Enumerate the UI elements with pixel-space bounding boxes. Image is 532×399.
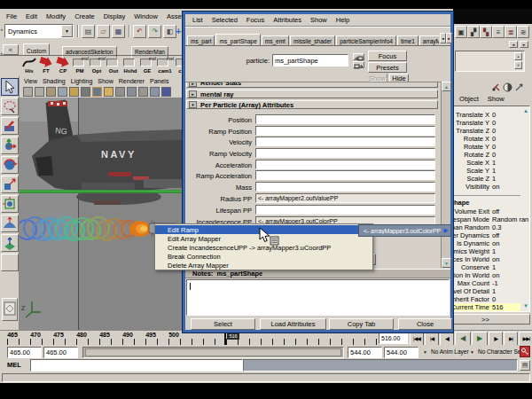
channel-row[interactable]: ces In Worldon (442, 255, 520, 263)
ae-tab-ms_part[interactable]: ms_part (187, 35, 215, 45)
ae-menu-help[interactable]: Help (332, 16, 354, 24)
menu-create[interactable]: Create (70, 12, 99, 20)
menu-display[interactable]: Display (99, 12, 130, 20)
hyperbuild-icon[interactable] (514, 82, 524, 92)
select-camera-icon[interactable] (23, 87, 33, 97)
ui-toggle-arrow[interactable]: ▸ (1, 27, 4, 32)
channel-row[interactable]: Max Count-1 (442, 279, 520, 287)
menu-file[interactable]: File (2, 12, 21, 20)
channel-row[interactable]: Translate Y0 (442, 119, 520, 127)
animation-start-field[interactable] (7, 347, 42, 358)
shelf-item-ft[interactable]: FT (38, 56, 54, 75)
shelf-item-cam1[interactable]: mel cam1 (156, 56, 174, 75)
channel-row[interactable]: Scale Y1 (442, 167, 520, 175)
menu-set-dropdown[interactable]: Dynamics ▼ (4, 24, 74, 38)
panel-menu-panels[interactable]: Panels (147, 78, 171, 84)
ae-menu-attributes[interactable]: Attributes (269, 16, 306, 24)
safe-title-icon[interactable] (138, 87, 148, 97)
step-forward-key-button[interactable]: ▶| (504, 332, 518, 346)
ipr-render-icon[interactable]: ▚ (480, 26, 492, 38)
particle-trail[interactable] (20, 217, 137, 240)
range-slider-handle[interactable] (85, 348, 341, 356)
move-tool[interactable] (1, 137, 19, 154)
film-gate-icon[interactable] (81, 87, 90, 97)
universal-manipulator-tool[interactable] (1, 195, 19, 213)
ae-tab-missile_shader[interactable]: missile_shader (290, 35, 335, 45)
command-line-mode-label[interactable]: MEL (7, 361, 21, 369)
notes-textarea[interactable] (186, 279, 450, 316)
pin-focus-icon[interactable] (353, 53, 364, 60)
channelbox-menu-object[interactable]: Object (455, 95, 483, 103)
ae-tab-arraymapper-clipped[interactable]: arrayMappe (419, 35, 439, 45)
load-attributes-button[interactable]: Load Attributes (260, 318, 326, 330)
menu-edit[interactable]: Edit (21, 12, 42, 20)
shelf-tab-custom[interactable]: Custom (23, 43, 50, 56)
soft-mod-tool[interactable] (1, 215, 19, 232)
attr-field-lifespan-pp[interactable] (255, 205, 435, 215)
unpin-focus-icon[interactable] (353, 61, 364, 68)
render-settings-icon[interactable]: ≡ (492, 26, 505, 38)
show-manipulator-tool[interactable] (1, 234, 19, 252)
character-set-selector[interactable]: No Character Set (478, 348, 522, 355)
menu-modify[interactable]: Modify (42, 12, 70, 20)
field-up-icon[interactable]: ▲ (514, 52, 522, 60)
channel-row[interactable]: evel Of Detail1 (442, 287, 520, 295)
channel-row-current-time[interactable]: Current Time516 (442, 303, 520, 311)
script-editor-icon[interactable]: ▤ (520, 360, 530, 371)
close-button[interactable]: Close (398, 318, 452, 330)
paint-select-tool[interactable] (1, 117, 19, 135)
render-view-icon[interactable]: ▣ (455, 26, 467, 38)
redo-icon[interactable]: ↷ (148, 25, 161, 38)
scroll-down-icon[interactable]: ▼ (523, 303, 528, 309)
current-frame-marker[interactable] (224, 332, 226, 345)
anim-layer-menu-icon[interactable]: ▼ (423, 349, 427, 355)
field-down-icon[interactable]: ▼ (514, 61, 522, 69)
grid-icon[interactable] (69, 87, 79, 97)
single-pane-layout-button[interactable] (2, 298, 18, 321)
channelbox-more-button[interactable]: >> (441, 314, 530, 325)
channelbox-menu-show[interactable]: Show (483, 95, 509, 103)
shelf-item-opt[interactable]: mel Opt (89, 56, 105, 75)
scrollbar-up-icon[interactable]: ▲ (442, 82, 451, 91)
last-tool-slot[interactable] (1, 254, 19, 271)
ae-menu-list[interactable]: List (188, 16, 207, 24)
menu-item-delete-array-mapper[interactable]: Delete Array Mapper (155, 261, 372, 270)
rotate-tool[interactable] (1, 156, 19, 174)
speed-state-icon[interactable] (503, 82, 512, 92)
shelf-item-pm[interactable]: mel PM (72, 56, 88, 75)
play-forwards-button[interactable]: ▶ (472, 332, 488, 346)
statusline-separator-2[interactable] (129, 25, 130, 37)
ae-menu-show[interactable]: Show (306, 16, 332, 24)
channel-row[interactable]: Rotate Z0 (442, 151, 520, 159)
select-button[interactable]: Select (191, 318, 255, 330)
panel-menu-lighting[interactable]: Lighting (68, 78, 96, 84)
connection-submenu[interactable]: <- arrayMapper3.outColorPP ▶ (358, 224, 451, 237)
menu-window[interactable]: Window (129, 12, 162, 20)
lasso-tool[interactable] (1, 98, 19, 115)
character-set-menu-icon[interactable]: ▼ (470, 349, 474, 355)
attribute-editor-window[interactable]: List Selected Focus Attributes Show Help… (183, 12, 453, 332)
shelf-item-cp[interactable]: CP (55, 56, 71, 75)
section-mental-ray[interactable]: ▸ mental ray (186, 90, 438, 98)
attr-field-mass[interactable] (255, 182, 435, 192)
focus-button[interactable]: Focus (368, 51, 407, 61)
jet-model[interactable]: NG NAVY (32, 100, 188, 205)
node-name-field[interactable] (272, 54, 348, 66)
auto-keyframe-toggle[interactable] (520, 346, 530, 357)
render-current-frame-icon[interactable]: ▞ (467, 26, 480, 38)
step-forward-frame-button[interactable]: |▶ (489, 332, 503, 346)
statusline-scroll-right-icon[interactable]: ► (520, 41, 528, 48)
channel-row[interactable]: span Random0.3 (442, 223, 520, 231)
menu-set-arrow-icon[interactable]: ▼ (61, 25, 73, 37)
statusline-scroll-left-icon[interactable]: ◄ (509, 41, 518, 48)
new-scene-icon[interactable]: ▤ (82, 25, 95, 38)
channel-row[interactable]: Rotate Y0 (442, 143, 520, 151)
channel-row[interactable]: Translate Z0 (442, 127, 520, 135)
shelf-item-his[interactable]: His (21, 56, 37, 75)
section-render-stats-clipped[interactable]: ▸ Render Stats (186, 82, 438, 88)
ae-menu-selected[interactable]: Selected (207, 16, 242, 24)
paint-effects-icon[interactable]: ≣ (505, 26, 517, 38)
statusline-separator[interactable] (77, 25, 79, 37)
tab-scroll-left-icon[interactable]: ◄ (440, 33, 446, 43)
channel-row[interactable]: Conserve1 (442, 263, 520, 271)
